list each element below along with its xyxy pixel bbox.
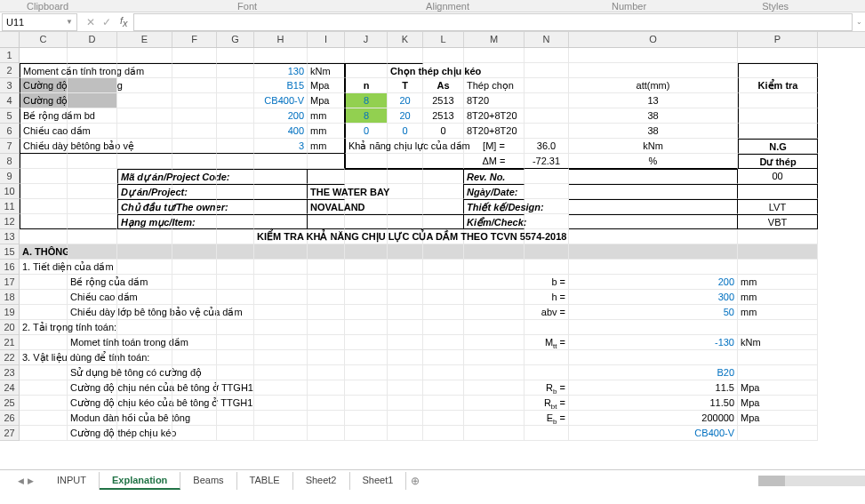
cell-P21[interactable]: kNm: [738, 335, 818, 350]
chevron-down-icon[interactable]: ▼: [66, 18, 73, 26]
cell-F9[interactable]: [172, 169, 217, 184]
cell-C7[interactable]: Chiều dày bêtông bảo vệ: [20, 139, 68, 154]
cell-O25[interactable]: 11.50: [569, 396, 738, 411]
row-header[interactable]: 5: [0, 108, 20, 124]
cell-K1[interactable]: [388, 48, 423, 63]
cell-C19[interactable]: [20, 305, 68, 320]
cell-C11[interactable]: [20, 199, 68, 214]
cell-N2[interactable]: [525, 63, 569, 78]
cell-P17[interactable]: mm: [738, 275, 818, 290]
cell-L11[interactable]: [423, 199, 464, 214]
cell-G1[interactable]: [217, 48, 254, 63]
cell-C1[interactable]: [20, 48, 68, 63]
cell-N19[interactable]: abv =: [525, 305, 569, 320]
cell-D15[interactable]: [68, 244, 117, 260]
cell-C18[interactable]: [20, 290, 68, 305]
cell-O9[interactable]: [569, 169, 738, 184]
cell-L22[interactable]: [423, 350, 464, 365]
cell-O13[interactable]: [569, 229, 738, 244]
sheet-tab-beams[interactable]: Beams: [180, 472, 236, 490]
cell-O4[interactable]: 13: [569, 93, 738, 108]
cell-G24[interactable]: [217, 380, 254, 396]
cell-J6[interactable]: 0: [345, 124, 388, 139]
cell-N1[interactable]: [525, 48, 569, 63]
col-header[interactable]: M: [464, 32, 525, 47]
cell-F18[interactable]: [172, 290, 217, 305]
cell-M19[interactable]: [464, 305, 525, 320]
cell-J12[interactable]: [345, 214, 388, 229]
cell-M12[interactable]: Kiểm/Check:: [464, 214, 525, 229]
cell-G25[interactable]: [217, 396, 254, 411]
name-box[interactable]: U11▼: [2, 13, 77, 31]
cell-G11[interactable]: [217, 199, 254, 214]
cell-N20[interactable]: [525, 320, 569, 335]
cell-G12[interactable]: [217, 214, 254, 229]
cell-D5[interactable]: [68, 108, 117, 124]
cell-H17[interactable]: [254, 275, 308, 290]
cell-E12[interactable]: Hạng mục/Item:: [117, 214, 172, 229]
cell-P9[interactable]: 00: [738, 169, 818, 184]
cell-F11[interactable]: [172, 199, 217, 214]
cell-L21[interactable]: [423, 335, 464, 350]
cell-K5[interactable]: 20: [388, 108, 423, 124]
cell-K4[interactable]: 20: [388, 93, 423, 108]
cell-K3[interactable]: T: [388, 78, 423, 93]
cell-I27[interactable]: [308, 426, 345, 441]
cell-P5[interactable]: [738, 108, 818, 124]
cell-E13[interactable]: [117, 229, 172, 244]
cell-P24[interactable]: Mpa: [738, 380, 818, 396]
cell-G4[interactable]: [217, 93, 254, 108]
cell-N6[interactable]: [525, 124, 569, 139]
cell-E18[interactable]: [117, 290, 172, 305]
cell-G10[interactable]: [217, 184, 254, 199]
cell-N17[interactable]: b =: [525, 275, 569, 290]
tab-prev-icon[interactable]: ◀: [18, 476, 24, 485]
row-header[interactable]: 26: [0, 411, 20, 426]
cell-O2[interactable]: [569, 63, 738, 78]
cell-M8[interactable]: ΔM =: [464, 154, 525, 169]
col-header[interactable]: K: [388, 32, 423, 47]
cell-K10[interactable]: [388, 184, 423, 199]
col-header[interactable]: E: [117, 32, 172, 47]
row-header[interactable]: 7: [0, 139, 20, 154]
cell-J23[interactable]: [345, 365, 388, 380]
cell-F3[interactable]: [172, 78, 217, 93]
cell-H9[interactable]: [254, 169, 308, 184]
cell-O26[interactable]: 200000: [569, 411, 738, 426]
cell-H21[interactable]: [254, 335, 308, 350]
row-header[interactable]: 2: [0, 63, 20, 78]
cell-O12[interactable]: [569, 214, 738, 229]
cell-K6[interactable]: 0: [388, 124, 423, 139]
cell-I23[interactable]: [308, 365, 345, 380]
cell-O10[interactable]: [569, 184, 738, 199]
cell-O18[interactable]: 300: [569, 290, 738, 305]
cell-M15[interactable]: [464, 244, 525, 260]
cell-P10[interactable]: [738, 184, 818, 199]
cell-I1[interactable]: [308, 48, 345, 63]
row-header[interactable]: 27: [0, 426, 20, 441]
cell-L4[interactable]: 2513: [423, 93, 464, 108]
cell-O19[interactable]: 50: [569, 305, 738, 320]
cell-D1[interactable]: [68, 48, 117, 63]
cell-H5[interactable]: 200: [254, 108, 308, 124]
cell-I4[interactable]: Mpa: [308, 93, 345, 108]
cell-L27[interactable]: [423, 426, 464, 441]
cell-P27[interactable]: [738, 426, 818, 441]
cell-P15[interactable]: [738, 244, 818, 260]
cell-K16[interactable]: [388, 260, 423, 275]
cell-M5[interactable]: 8T20+8T20: [464, 108, 525, 124]
col-header[interactable]: C: [20, 32, 68, 47]
cell-L25[interactable]: [423, 396, 464, 411]
cell-P12[interactable]: VBT: [738, 214, 818, 229]
spreadsheet-grid[interactable]: C D E F G H I J K L M N O P 12Moment cần…: [0, 32, 865, 469]
cell-L19[interactable]: [423, 305, 464, 320]
cell-J17[interactable]: [345, 275, 388, 290]
cell-I20[interactable]: [308, 320, 345, 335]
cell-K11[interactable]: [388, 199, 423, 214]
cell-J19[interactable]: [345, 305, 388, 320]
cell-M9[interactable]: Rev. No.: [464, 169, 525, 184]
cell-E24[interactable]: [117, 380, 172, 396]
cell-C3[interactable]: Cường độ của bê tông: [20, 78, 68, 93]
cell-M10[interactable]: Ngày/Date:: [464, 184, 525, 199]
expand-formula-icon[interactable]: ⌄: [853, 18, 865, 26]
